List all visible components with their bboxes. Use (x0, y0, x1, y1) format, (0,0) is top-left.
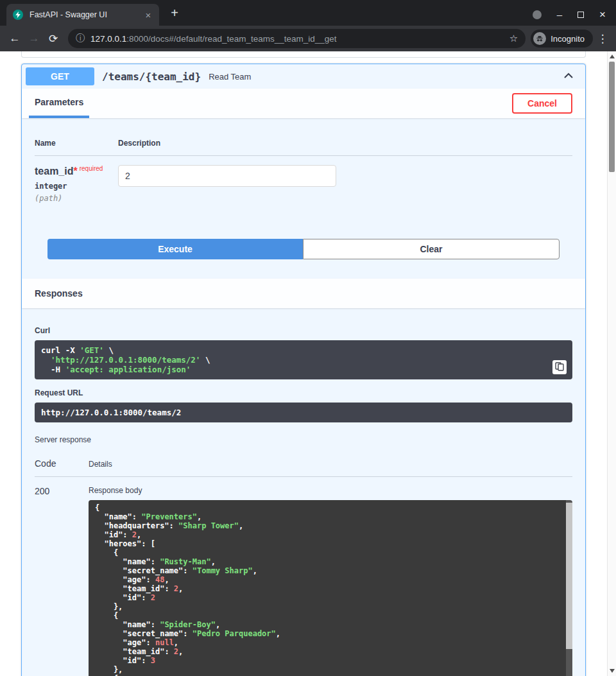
operation-summary: Read Team (209, 72, 251, 82)
parameters-header: Parameters Cancel (22, 89, 585, 118)
copy-icon (555, 362, 564, 373)
parameter-location: (path) (35, 194, 118, 203)
column-header-description: Description (118, 131, 572, 155)
curl-command: curl -X 'GET' \ 'http://127.0.0.1:8000/t… (41, 345, 547, 374)
maximize-button[interactable] (578, 12, 584, 18)
incognito-label: Incognito (551, 34, 585, 44)
server-response-label: Server response (35, 435, 572, 444)
page-content: GET /teams/{team_id} Read Team Parameter… (0, 51, 607, 676)
request-url-block: http://127.0.0.1:8000/teams/2 (35, 403, 572, 422)
required-label: required (80, 165, 103, 172)
responses-header: Responses (22, 279, 585, 308)
operation-path: /teams/{team_id} (102, 71, 201, 83)
responses-section: Curl curl -X 'GET' \ 'http://127.0.0.1:8… (22, 308, 585, 676)
navigation-bar: ← → ⟳ ⓘ 127.0.0.1:8000/docs#/default/rea… (0, 26, 616, 51)
url-host: 127.0.0.1 (90, 34, 126, 44)
fastapi-favicon-icon (13, 10, 23, 20)
previous-block-edge (21, 51, 586, 58)
response-status-code: 200 (35, 477, 89, 676)
operation-header[interactable]: GET /teams/{team_id} Read Team (22, 64, 585, 89)
execute-button[interactable]: Execute (47, 239, 303, 259)
page-scrollbar[interactable] (607, 51, 616, 676)
parameter-name: team_id*required (35, 165, 118, 177)
parameter-row: team_id*required integer (path) (35, 156, 572, 203)
scrollbar-up-arrow-icon[interactable] (610, 55, 615, 58)
curl-label: Curl (35, 326, 572, 335)
response-body-label: Response body (89, 486, 572, 495)
minimize-button[interactable]: – (557, 12, 562, 18)
chevron-up-icon (562, 74, 575, 84)
back-icon[interactable]: ← (5, 32, 24, 45)
forward-icon[interactable]: → (24, 32, 44, 45)
new-tab-button[interactable]: + (167, 6, 182, 21)
kebab-menu-icon[interactable]: ⋮ (594, 32, 611, 46)
request-url-label: Request URL (35, 388, 572, 397)
required-asterisk: * (73, 166, 77, 177)
collapse-operation-button[interactable] (561, 68, 576, 85)
reload-icon[interactable]: ⟳ (44, 32, 63, 46)
copy-to-clipboard-button[interactable] (552, 360, 567, 374)
incognito-icon (533, 32, 546, 45)
url-text[interactable]: 127.0.0.1:8000/docs#/default/read_team_t… (90, 34, 504, 44)
response-body-json: { "name": "Preventers", "headquarters": … (89, 500, 572, 676)
curl-block: curl -X 'GET' \ 'http://127.0.0.1:8000/t… (35, 340, 572, 379)
tab-strip: FastAPI - Swagger UI × + – × (0, 0, 616, 26)
browser-window: FastAPI - Swagger UI × + – × ← → ⟳ ⓘ 127… (0, 0, 616, 51)
response-body-scrollbar[interactable] (566, 500, 572, 676)
response-body-scrollbar-thumb[interactable] (566, 503, 572, 649)
incognito-badge: Incognito (531, 30, 593, 48)
url-path: :8000/docs#/default/read_team_teams__tea… (126, 34, 336, 44)
column-header-name: Name (35, 131, 118, 155)
response-details-header: Details (89, 452, 572, 476)
omnibox[interactable]: ⓘ 127.0.0.1:8000/docs#/default/read_team… (68, 29, 526, 48)
response-body-block: { "name": "Preventers", "headquarters": … (89, 500, 572, 676)
parameter-type: integer (35, 182, 118, 191)
tab-title: FastAPI - Swagger UI (30, 10, 142, 19)
responses-title: Responses (35, 288, 83, 299)
scrollbar-thumb[interactable] (609, 62, 615, 172)
page-info-icon[interactable]: ⓘ (76, 33, 85, 44)
browser-status-icon[interactable] (533, 10, 542, 19)
parameter-value-input[interactable] (118, 165, 336, 187)
scrollbar-down-arrow-icon[interactable] (610, 669, 615, 673)
bookmark-star-icon[interactable]: ☆ (509, 33, 518, 44)
clear-button[interactable]: Clear (303, 239, 560, 259)
parameters-table-head: Name Description (35, 131, 572, 156)
browser-tab[interactable]: FastAPI - Swagger UI × (6, 4, 159, 26)
tab-parameters[interactable]: Parameters (29, 89, 89, 118)
response-table-head: Code Details (35, 452, 572, 477)
close-button[interactable]: × (599, 11, 606, 19)
operation-block: GET /teams/{team_id} Read Team Parameter… (21, 64, 586, 676)
response-row: 200 Response body { "name": "Preventers"… (35, 477, 572, 676)
window-controls: – × (533, 10, 616, 26)
cancel-button[interactable]: Cancel (512, 93, 572, 114)
execute-button-group: Execute Clear (35, 203, 572, 272)
parameters-table: Name Description team_id*required intege… (22, 118, 585, 272)
response-code-header: Code (35, 452, 89, 476)
tab-close-icon[interactable]: × (142, 10, 154, 21)
method-badge: GET (26, 67, 94, 85)
